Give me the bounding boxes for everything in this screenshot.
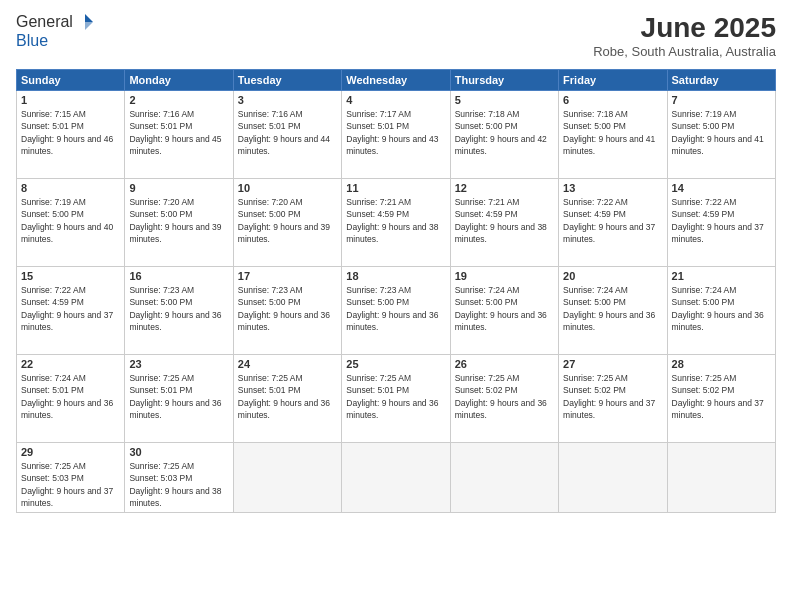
sunrise: Sunrise: 7:18 AM [563,109,628,119]
day-number: 9 [129,182,228,194]
daylight: Daylight: 9 hours and 38 minutes. [455,222,547,244]
calendar-cell: 18 Sunrise: 7:23 AM Sunset: 5:00 PM Dayl… [342,267,450,355]
day-number: 27 [563,358,662,370]
week-row-2: 8 Sunrise: 7:19 AM Sunset: 5:00 PM Dayli… [17,179,776,267]
daylight: Daylight: 9 hours and 36 minutes. [21,398,113,420]
sunrise: Sunrise: 7:25 AM [129,461,194,471]
logo-flag-icon [75,12,95,32]
day-info: Sunrise: 7:22 AM Sunset: 4:59 PM Dayligh… [563,196,662,245]
calendar-cell: 26 Sunrise: 7:25 AM Sunset: 5:02 PM Dayl… [450,355,558,443]
calendar-cell: 2 Sunrise: 7:16 AM Sunset: 5:01 PM Dayli… [125,91,233,179]
day-info: Sunrise: 7:23 AM Sunset: 5:00 PM Dayligh… [129,284,228,333]
calendar-cell: 29 Sunrise: 7:25 AM Sunset: 5:03 PM Dayl… [17,443,125,513]
sunrise: Sunrise: 7:25 AM [346,373,411,383]
day-number: 11 [346,182,445,194]
calendar-cell: 24 Sunrise: 7:25 AM Sunset: 5:01 PM Dayl… [233,355,341,443]
day-info: Sunrise: 7:23 AM Sunset: 5:00 PM Dayligh… [346,284,445,333]
day-number: 8 [21,182,120,194]
calendar-cell: 10 Sunrise: 7:20 AM Sunset: 5:00 PM Dayl… [233,179,341,267]
col-header-sunday: Sunday [17,70,125,91]
sunrise: Sunrise: 7:23 AM [129,285,194,295]
sunrise: Sunrise: 7:23 AM [346,285,411,295]
calendar-cell: 22 Sunrise: 7:24 AM Sunset: 5:01 PM Dayl… [17,355,125,443]
calendar-cell: 1 Sunrise: 7:15 AM Sunset: 5:01 PM Dayli… [17,91,125,179]
sunset: Sunset: 4:59 PM [563,209,626,219]
page: General Blue June 2025 Robe, South Austr… [0,0,792,612]
col-header-wednesday: Wednesday [342,70,450,91]
day-info: Sunrise: 7:21 AM Sunset: 4:59 PM Dayligh… [346,196,445,245]
sunset: Sunset: 5:00 PM [238,209,301,219]
calendar-cell: 15 Sunrise: 7:22 AM Sunset: 4:59 PM Dayl… [17,267,125,355]
col-header-saturday: Saturday [667,70,775,91]
sunset: Sunset: 5:03 PM [21,473,84,483]
day-number: 12 [455,182,554,194]
day-info: Sunrise: 7:24 AM Sunset: 5:00 PM Dayligh… [672,284,771,333]
sunset: Sunset: 5:02 PM [672,385,735,395]
calendar-cell: 19 Sunrise: 7:24 AM Sunset: 5:00 PM Dayl… [450,267,558,355]
sunrise: Sunrise: 7:23 AM [238,285,303,295]
sunrise: Sunrise: 7:25 AM [672,373,737,383]
daylight: Daylight: 9 hours and 36 minutes. [238,398,330,420]
daylight: Daylight: 9 hours and 37 minutes. [563,222,655,244]
calendar-cell: 30 Sunrise: 7:25 AM Sunset: 5:03 PM Dayl… [125,443,233,513]
day-info: Sunrise: 7:22 AM Sunset: 4:59 PM Dayligh… [21,284,120,333]
sunrise: Sunrise: 7:19 AM [672,109,737,119]
sunset: Sunset: 5:01 PM [238,385,301,395]
daylight: Daylight: 9 hours and 36 minutes. [455,398,547,420]
calendar-cell [233,443,341,513]
sunrise: Sunrise: 7:21 AM [346,197,411,207]
day-info: Sunrise: 7:25 AM Sunset: 5:01 PM Dayligh… [346,372,445,421]
calendar-cell: 28 Sunrise: 7:25 AM Sunset: 5:02 PM Dayl… [667,355,775,443]
logo-general-text: General [16,13,73,31]
day-info: Sunrise: 7:24 AM Sunset: 5:01 PM Dayligh… [21,372,120,421]
day-info: Sunrise: 7:16 AM Sunset: 5:01 PM Dayligh… [129,108,228,157]
week-row-3: 15 Sunrise: 7:22 AM Sunset: 4:59 PM Dayl… [17,267,776,355]
sunrise: Sunrise: 7:22 AM [563,197,628,207]
day-info: Sunrise: 7:19 AM Sunset: 5:00 PM Dayligh… [21,196,120,245]
daylight: Daylight: 9 hours and 36 minutes. [563,310,655,332]
day-info: Sunrise: 7:15 AM Sunset: 5:01 PM Dayligh… [21,108,120,157]
daylight: Daylight: 9 hours and 41 minutes. [672,134,764,156]
calendar-cell: 27 Sunrise: 7:25 AM Sunset: 5:02 PM Dayl… [559,355,667,443]
daylight: Daylight: 9 hours and 40 minutes. [21,222,113,244]
day-number: 4 [346,94,445,106]
sunset: Sunset: 5:03 PM [129,473,192,483]
day-info: Sunrise: 7:25 AM Sunset: 5:02 PM Dayligh… [672,372,771,421]
calendar-cell: 8 Sunrise: 7:19 AM Sunset: 5:00 PM Dayli… [17,179,125,267]
daylight: Daylight: 9 hours and 36 minutes. [346,398,438,420]
daylight: Daylight: 9 hours and 37 minutes. [672,398,764,420]
sunset: Sunset: 5:00 PM [672,121,735,131]
sunset: Sunset: 5:00 PM [129,209,192,219]
day-info: Sunrise: 7:25 AM Sunset: 5:02 PM Dayligh… [455,372,554,421]
day-number: 28 [672,358,771,370]
daylight: Daylight: 9 hours and 41 minutes. [563,134,655,156]
day-info: Sunrise: 7:25 AM Sunset: 5:01 PM Dayligh… [238,372,337,421]
day-number: 18 [346,270,445,282]
col-header-tuesday: Tuesday [233,70,341,91]
week-row-4: 22 Sunrise: 7:24 AM Sunset: 5:01 PM Dayl… [17,355,776,443]
day-number: 10 [238,182,337,194]
calendar-table: SundayMondayTuesdayWednesdayThursdayFrid… [16,69,776,513]
day-number: 14 [672,182,771,194]
calendar-cell: 12 Sunrise: 7:21 AM Sunset: 4:59 PM Dayl… [450,179,558,267]
daylight: Daylight: 9 hours and 39 minutes. [129,222,221,244]
calendar-cell: 7 Sunrise: 7:19 AM Sunset: 5:00 PM Dayli… [667,91,775,179]
sunset: Sunset: 5:00 PM [346,297,409,307]
sunrise: Sunrise: 7:17 AM [346,109,411,119]
sunset: Sunset: 5:01 PM [21,121,84,131]
day-number: 25 [346,358,445,370]
sunrise: Sunrise: 7:16 AM [238,109,303,119]
sunset: Sunset: 5:00 PM [563,121,626,131]
sunrise: Sunrise: 7:24 AM [672,285,737,295]
daylight: Daylight: 9 hours and 44 minutes. [238,134,330,156]
day-number: 21 [672,270,771,282]
sunset: Sunset: 5:00 PM [129,297,192,307]
sunrise: Sunrise: 7:21 AM [455,197,520,207]
sunset: Sunset: 5:00 PM [21,209,84,219]
sunset: Sunset: 5:01 PM [346,121,409,131]
daylight: Daylight: 9 hours and 36 minutes. [455,310,547,332]
day-info: Sunrise: 7:25 AM Sunset: 5:01 PM Dayligh… [129,372,228,421]
sunrise: Sunrise: 7:18 AM [455,109,520,119]
sunset: Sunset: 4:59 PM [21,297,84,307]
calendar-cell: 20 Sunrise: 7:24 AM Sunset: 5:00 PM Dayl… [559,267,667,355]
